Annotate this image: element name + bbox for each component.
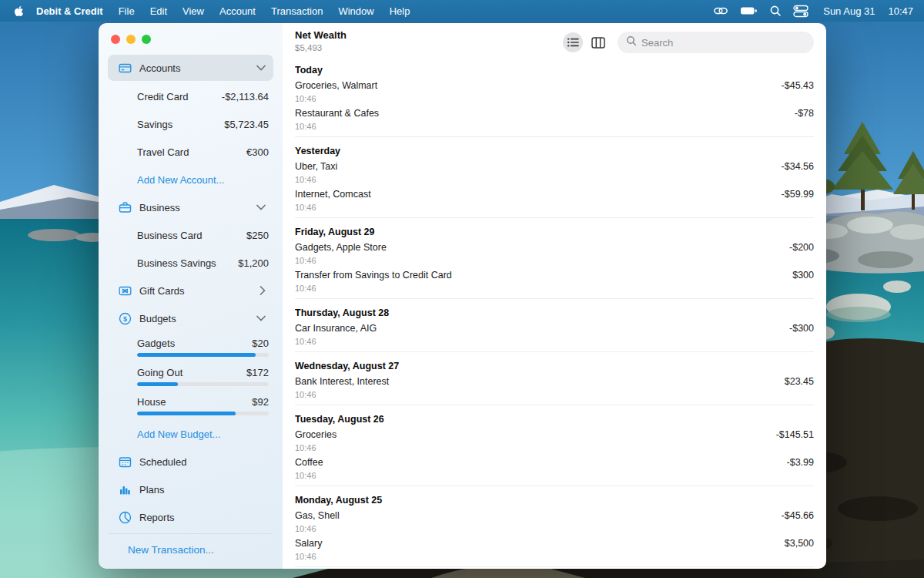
account-row[interactable]: Business Card$250	[108, 221, 273, 249]
transaction-info: Groceries10:46	[295, 429, 336, 453]
main-header: Net Wealth $5,493	[295, 23, 814, 56]
transaction-info: Restaurant & Cafes10:46	[295, 108, 379, 132]
menu-edit[interactable]: Edit	[142, 5, 175, 17]
budget-amount: $92	[252, 396, 269, 408]
menu-items: FileEditViewAccountTransactionWindowHelp	[111, 5, 418, 17]
minimize-button[interactable]	[126, 35, 136, 44]
account-name: Travel Card	[137, 146, 189, 158]
date-header: Monday, August 25	[295, 494, 814, 506]
transaction-title: Coffee	[295, 457, 323, 469]
pie-chart-icon	[119, 511, 132, 524]
transaction-amount: $300	[792, 270, 814, 281]
transaction-amount: $23.45	[785, 376, 814, 388]
spotlight-search-icon[interactable]	[769, 5, 782, 17]
transaction-title: Salary	[295, 538, 322, 549]
sidebar-item-scheduled[interactable]: Scheduled	[108, 448, 273, 476]
chevron-down-icon	[256, 315, 266, 321]
menu-transaction[interactable]: Transaction	[263, 5, 330, 17]
sidebar-item-gift-cards[interactable]: Gift Cards	[108, 277, 273, 304]
account-row[interactable]: Travel Card€300	[108, 138, 273, 166]
transaction-row[interactable]: Uber, Taxi10:46-$34.56	[295, 159, 814, 187]
transaction-row[interactable]: Internet, Comcast10:46-$59.99	[295, 187, 814, 214]
list-view-toggle[interactable]	[563, 32, 583, 52]
transaction-group: August 24	[295, 566, 814, 569]
budget-name: House	[137, 396, 166, 408]
main-content: Net Wealth $5,493 TodayGroceries, Walmar	[283, 23, 826, 569]
active-app-name[interactable]: Debit & Credit	[36, 5, 103, 17]
zoom-button[interactable]	[142, 35, 151, 44]
transaction-time: 10:46	[295, 203, 371, 213]
add-new-account-link[interactable]: Add New Account...	[108, 166, 273, 193]
transaction-title: Bank Interest, Interest	[295, 376, 389, 388]
account-row[interactable]: Business Savings$1,200	[108, 249, 273, 277]
transaction-time: 10:46	[295, 524, 340, 534]
menu-bar-time[interactable]: 10:47	[888, 5, 913, 17]
transaction-info: Bank Interest, Interest10:46	[295, 376, 389, 400]
new-transaction-link[interactable]: New Transaction...	[128, 544, 214, 556]
transaction-group: TodayGroceries, Walmart10:46-$45.43Resta…	[295, 56, 814, 136]
budget-row-header: Going Out$172	[137, 367, 269, 378]
transaction-info: Gas, Shell10:46	[295, 510, 340, 534]
sidebar-item-budgets[interactable]: $ Budgets	[108, 304, 273, 332]
transaction-row[interactable]: Gadgets, Apple Store10:46-$200	[295, 240, 814, 267]
transaction-title: Restaurant & Cafes	[295, 108, 379, 119]
menu-account[interactable]: Account	[212, 5, 263, 17]
apple-menu[interactable]	[14, 5, 24, 17]
transaction-row[interactable]: Transfer from Savings to Credit Card10:4…	[295, 267, 814, 295]
transaction-info: Car Insurance, AIG10:46	[295, 323, 377, 347]
transaction-title: Uber, Taxi	[295, 161, 337, 173]
briefcase-icon	[119, 201, 132, 214]
menu-file[interactable]: File	[111, 5, 142, 17]
sidebar-item-plans[interactable]: Plans	[108, 476, 273, 503]
sidebar-item-business[interactable]: Business	[108, 193, 273, 221]
svg-text:$: $	[123, 314, 127, 322]
transaction-row[interactable]: Groceries, Walmart10:46-$45.43	[295, 78, 814, 106]
transaction-row[interactable]: Car Insurance, AIG10:46-$300	[295, 321, 814, 348]
transaction-info: Uber, Taxi10:46	[295, 161, 337, 185]
date-header: Wednesday, August 27	[295, 360, 814, 372]
menu-bar-date[interactable]: Sun Aug 31	[823, 5, 875, 17]
transaction-row[interactable]: Bank Interest, Interest10:46$23.45	[295, 374, 814, 402]
transaction-row[interactable]: Coffee10:46-$3.99	[295, 455, 814, 482]
search-field[interactable]	[618, 32, 814, 53]
budget-progress-fill	[137, 412, 236, 415]
transaction-time: 10:46	[295, 390, 389, 400]
search-input[interactable]	[641, 37, 805, 49]
transaction-title: Internet, Comcast	[295, 189, 371, 200]
transaction-row[interactable]: Groceries10:46-$145.51	[295, 427, 814, 455]
transaction-amount: -$78	[795, 108, 814, 119]
transaction-row[interactable]: Gas, Shell10:46-$45.66	[295, 508, 814, 536]
sidebar-item-reports[interactable]: Reports	[108, 503, 273, 531]
add-new-budget-link[interactable]: Add New Budget...	[108, 420, 273, 448]
transaction-title: Transfer from Savings to Credit Card	[295, 270, 452, 281]
transaction-amount: -$45.66	[782, 510, 814, 522]
account-balance: $250	[246, 230, 269, 241]
budget-row[interactable]: House$92	[108, 391, 273, 420]
transaction-time: 10:46	[295, 443, 336, 453]
column-view-toggle[interactable]	[588, 32, 608, 52]
transaction-title: Gadgets, Apple Store	[295, 242, 387, 254]
close-button[interactable]	[111, 35, 120, 44]
account-row[interactable]: Savings$5,723.45	[108, 110, 273, 138]
account-row[interactable]: Credit Card-$2,113.64	[108, 82, 273, 110]
battery-icon[interactable]	[740, 5, 758, 17]
transaction-time: 10:46	[295, 175, 337, 185]
menu-help[interactable]: Help	[382, 5, 418, 17]
transaction-row[interactable]: Restaurant & Cafes10:46-$78	[295, 106, 814, 133]
transaction-group: Thursday, August 28Car Insurance, AIG10:…	[295, 298, 814, 351]
menu-window[interactable]: Window	[330, 5, 381, 17]
budget-progress-bar	[137, 412, 269, 415]
transaction-amount: -$34.56	[782, 161, 814, 173]
transaction-row[interactable]: Salary10:46$3,500	[295, 536, 814, 563]
link-icon[interactable]	[713, 5, 728, 17]
sidebar-item-accounts[interactable]: Accounts	[108, 55, 273, 81]
credit-card-icon	[119, 62, 132, 75]
sidebar-footer: New Transaction...	[108, 533, 273, 561]
account-name: Credit Card	[137, 91, 188, 102]
control-center-icon[interactable]	[793, 5, 808, 18]
budget-row-header: House$92	[137, 396, 269, 408]
transaction-info: Coffee10:46	[295, 457, 323, 481]
budget-row[interactable]: Going Out$172	[108, 361, 273, 391]
budget-row[interactable]: Gadgets$20	[108, 332, 273, 361]
menu-view[interactable]: View	[175, 5, 212, 17]
